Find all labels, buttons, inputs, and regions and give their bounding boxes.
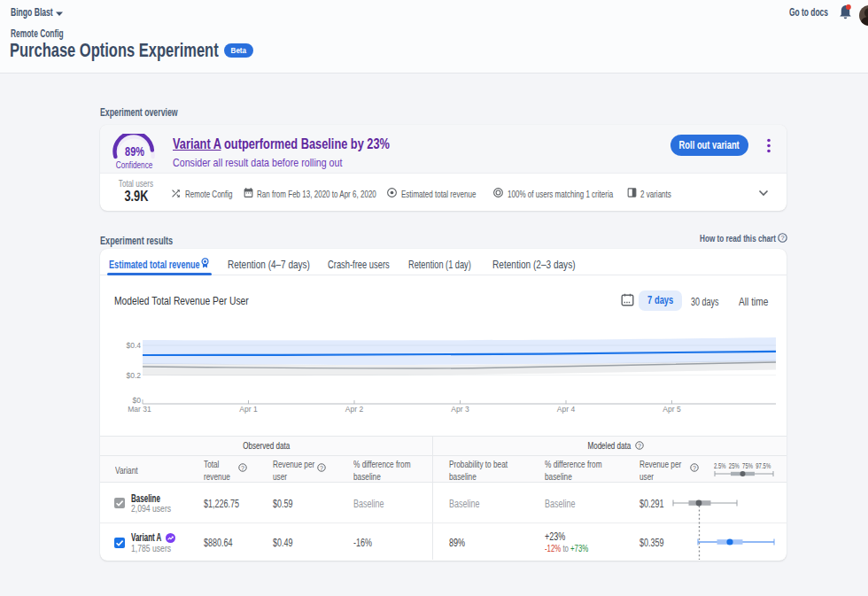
svg-text:Apr 3: Apr 3 <box>451 405 469 414</box>
svg-text:Apr 2: Apr 2 <box>345 405 364 414</box>
svg-text:Apr 5: Apr 5 <box>663 405 681 414</box>
svg-text:$0.2: $0.2 <box>126 371 141 380</box>
svg-text:?: ? <box>693 465 696 471</box>
svg-text:$0.4: $0.4 <box>126 341 141 350</box>
svg-text:?: ? <box>241 465 244 471</box>
svg-text:Apr 1: Apr 1 <box>239 405 258 414</box>
svg-text:?: ? <box>320 465 323 471</box>
svg-text:?: ? <box>638 443 641 449</box>
svg-text:$0: $0 <box>133 396 142 405</box>
svg-text:?: ? <box>780 234 784 242</box>
svg-text:Mar 31: Mar 31 <box>128 405 151 414</box>
svg-text:Apr 4: Apr 4 <box>557 405 576 414</box>
